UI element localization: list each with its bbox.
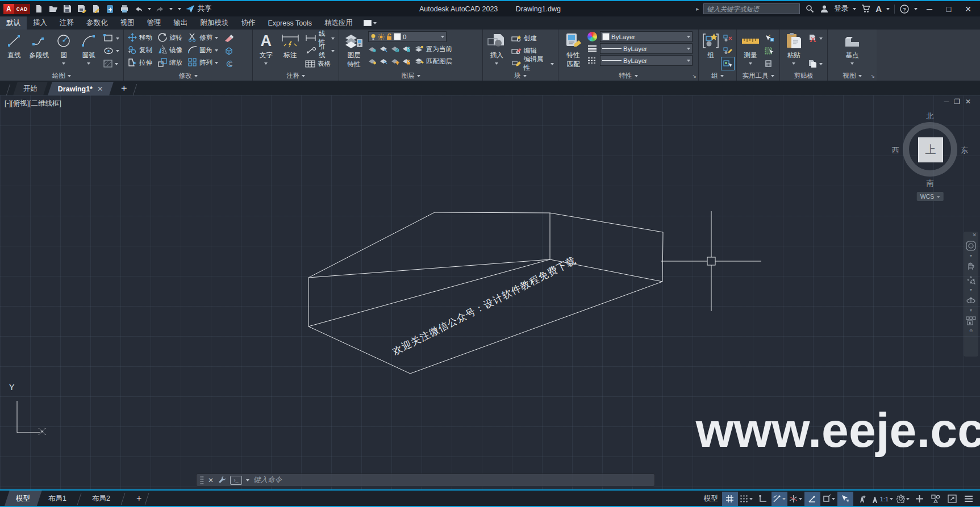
drawing-canvas[interactable]: [-][俯视][二维线框] ─ ❐ ✕ 北 上 西 东 南 WCS ✕ ▾ ▾ … <box>0 95 980 491</box>
object-snap-tracking-toggle[interactable] <box>804 492 820 506</box>
chevron-down-icon[interactable] <box>890 498 893 502</box>
chevron-down-icon[interactable] <box>832 498 835 502</box>
ellipse-button[interactable] <box>102 45 120 57</box>
create-block-button[interactable]: 创建 <box>510 32 555 44</box>
chevron-down-icon[interactable] <box>62 62 65 66</box>
layer-off-icon[interactable] <box>368 46 377 52</box>
panel-label-properties[interactable]: 特性 <box>558 70 698 81</box>
leader-button[interactable]: 引线 <box>304 45 336 57</box>
erase-button[interactable] <box>223 32 235 44</box>
isolate-objects-button[interactable] <box>928 492 944 506</box>
viewport-controls-label[interactable]: [-][俯视][二维线框] <box>5 99 61 108</box>
chevron-down-icon[interactable] <box>906 498 910 502</box>
search-input[interactable] <box>703 3 800 14</box>
cut-button[interactable] <box>807 32 824 44</box>
new-layout-icon[interactable]: ＋ <box>135 493 143 505</box>
redo-icon[interactable] <box>155 4 165 14</box>
offset-button[interactable] <box>223 58 235 69</box>
tab-express-tools[interactable]: Express Tools <box>262 16 319 30</box>
dimension-button[interactable]: 标注 <box>279 31 302 70</box>
tab-manage[interactable]: 管理 <box>141 16 168 30</box>
ribbon-display-toggle[interactable] <box>359 16 381 30</box>
save-to-web-icon[interactable] <box>105 4 115 14</box>
tab-addins[interactable]: 附加模块 <box>194 16 235 30</box>
open-file-icon[interactable] <box>48 4 59 14</box>
layer-select-combo[interactable]: 0 <box>368 31 447 42</box>
chevron-down-icon[interactable] <box>87 62 90 66</box>
group-button[interactable]: 组 <box>702 31 720 70</box>
layout-tab-layout2[interactable]: 布局2 <box>80 491 122 507</box>
chevron-down-icon[interactable]: ▾ <box>970 288 972 292</box>
rectangle-button[interactable] <box>102 32 120 44</box>
layer-thaw-all-icon[interactable] <box>391 58 399 65</box>
viewcube-south-label[interactable]: 南 <box>893 178 967 188</box>
new-drawing-tab-icon[interactable]: ＋ <box>119 81 129 95</box>
tab-view[interactable]: 视图 <box>114 16 141 30</box>
array-button[interactable]: 阵列 <box>187 57 219 68</box>
viewcube-top-face[interactable]: 上 <box>918 137 943 162</box>
panel-label-view[interactable]: 视图 <box>828 70 877 81</box>
text-button[interactable]: A 文字 <box>256 31 277 70</box>
autocad-logo-icon[interactable]: ACAD <box>3 3 30 15</box>
viewcube[interactable]: 北 上 西 东 南 WCS <box>893 112 967 202</box>
panel-label-modify[interactable]: 修改 <box>124 70 252 81</box>
tab-collaborate[interactable]: 协作 <box>235 16 262 30</box>
view-dialog-launcher-icon[interactable]: ↘ <box>870 73 875 79</box>
command-close-icon[interactable]: ✕ <box>208 476 214 484</box>
lineweight-icon[interactable] <box>587 45 597 52</box>
tab-output[interactable]: 输出 <box>168 16 194 30</box>
panel-label-utilities[interactable]: 实用工具 <box>737 70 779 81</box>
circle-button[interactable]: 圆 <box>53 31 76 70</box>
file-tab-drawing1[interactable]: Drawing1*✕ <box>48 82 113 95</box>
panel-label-layers[interactable]: 图层 <box>339 70 482 81</box>
group-edit-button[interactable] <box>722 45 733 57</box>
object-snap-toggle[interactable] <box>821 492 837 506</box>
tab-default[interactable]: 默认 <box>0 16 27 30</box>
showmotion-icon[interactable] <box>965 315 977 326</box>
chevron-down-icon[interactable] <box>799 498 802 502</box>
lineweight-combo[interactable]: ByLayer <box>600 43 693 54</box>
chevron-down-icon[interactable] <box>246 479 249 483</box>
chevron-down-icon[interactable] <box>782 498 786 502</box>
navbar-customize-icon[interactable]: ⊖ <box>969 329 973 333</box>
panel-label-draw[interactable]: 绘图 <box>0 70 123 81</box>
color-wheel-icon[interactable] <box>587 32 597 41</box>
chevron-down-icon[interactable] <box>264 62 268 66</box>
copy-button[interactable]: 复制 <box>127 44 153 56</box>
search-collapse-icon[interactable]: ▸ <box>696 6 699 12</box>
group-selection-toggle[interactable] <box>722 58 733 69</box>
qat-customize-icon[interactable] <box>178 8 181 12</box>
annotation-autoscale-toggle[interactable] <box>854 492 870 506</box>
save-as-icon[interactable] <box>77 4 87 14</box>
set-current-layer-button[interactable]: 置为当前 <box>414 43 453 55</box>
linetype-combo[interactable]: ByLayer <box>600 55 693 66</box>
autodesk-app-icon[interactable]: A <box>875 4 882 14</box>
line-button[interactable]: 直线 <box>3 31 26 70</box>
select-similar-button[interactable] <box>764 45 775 57</box>
trim-button[interactable]: 修剪 <box>187 32 219 43</box>
rotate-button[interactable]: 旋转 <box>157 32 184 43</box>
undo-dropdown-icon[interactable] <box>148 8 151 12</box>
insert-block-button[interactable]: 插入 <box>486 31 508 70</box>
snap-mode-toggle[interactable] <box>739 492 754 506</box>
stretch-button[interactable]: 拉伸 <box>127 57 153 68</box>
ortho-mode-toggle[interactable] <box>755 492 771 506</box>
grid-display-toggle[interactable] <box>722 492 738 506</box>
steering-wheel-icon[interactable] <box>965 240 977 252</box>
maximize-button[interactable]: □ <box>941 3 956 15</box>
match-layer-button[interactable]: 匹配图层 <box>414 56 453 67</box>
close-tab-icon[interactable]: ✕ <box>97 85 103 93</box>
help-dropdown-icon[interactable] <box>914 8 918 12</box>
polyline-button[interactable]: 多段线 <box>28 31 51 70</box>
new-file-icon[interactable] <box>34 4 44 14</box>
properties-dialog-launcher-icon[interactable]: ↘ <box>692 73 697 79</box>
annotation-monitor-button[interactable] <box>911 492 927 506</box>
chevron-down-icon[interactable] <box>495 62 498 66</box>
mirror-button[interactable]: 镜像 <box>157 44 184 56</box>
tab-insert[interactable]: 插入 <box>27 16 53 30</box>
redo-dropdown-icon[interactable] <box>169 8 173 12</box>
layer-properties-button[interactable]: 图层 特性 <box>342 31 366 70</box>
open-from-web-icon[interactable] <box>91 4 101 14</box>
wcs-menu[interactable]: WCS <box>917 192 944 201</box>
viewport-restore-icon[interactable]: ❐ <box>954 98 960 106</box>
